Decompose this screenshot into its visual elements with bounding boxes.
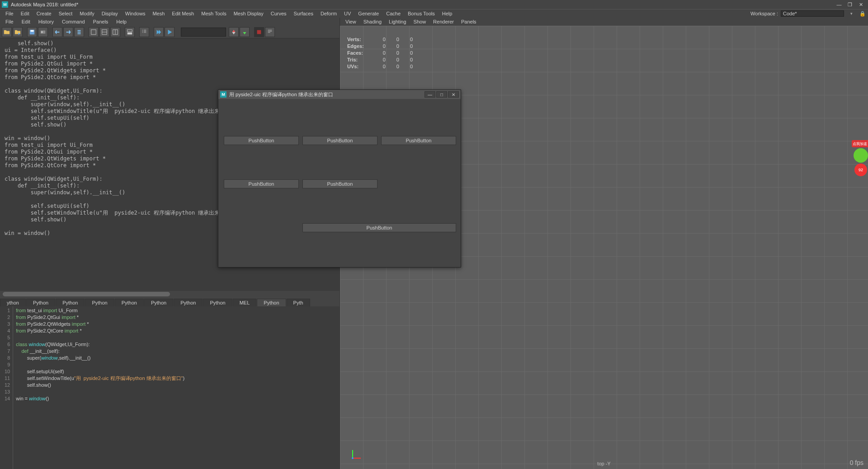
svg-rect-4: [91, 29, 96, 34]
menu-cache[interactable]: Cache: [382, 10, 404, 17]
menu-generate[interactable]: Generate: [354, 10, 382, 17]
push-button[interactable]: PushButton: [224, 136, 299, 145]
vp-menu-shading[interactable]: Shading: [360, 19, 385, 25]
toolbar-separator: [85, 27, 88, 37]
window-close-button[interactable]: ✕: [855, 1, 866, 8]
script-tab[interactable]: Python: [56, 299, 85, 306]
script-tab[interactable]: MEL: [233, 299, 257, 306]
svg-rect-9: [127, 29, 132, 31]
svg-point-14: [352, 457, 354, 459]
vp-menu-show[interactable]: Show: [410, 19, 430, 25]
workspace-lock-icon[interactable]: 🔒: [859, 10, 866, 17]
save-script-icon[interactable]: [27, 27, 37, 37]
accelerator-widget[interactable]: 点我加速 92: [852, 140, 868, 176]
menu-modify[interactable]: Modify: [76, 10, 98, 17]
clear-history-icon[interactable]: [52, 27, 62, 37]
menu-select[interactable]: Select: [55, 10, 76, 17]
menu-bonus-tools[interactable]: Bonus Tools: [404, 10, 439, 17]
main-menu-bar: File Edit Create Select Modify Display W…: [0, 9, 868, 18]
script-input-editor[interactable]: 1234567891011121314 from test_ui import …: [0, 306, 340, 469]
search-down-icon[interactable]: [240, 27, 250, 37]
push-button[interactable]: PushButton: [302, 136, 377, 145]
menu-edit[interactable]: Edit: [17, 10, 33, 17]
maya-logo-icon: M: [220, 91, 226, 98]
menu-display[interactable]: Display: [98, 10, 122, 17]
execute-icon[interactable]: [165, 27, 175, 37]
menu-edit-mesh[interactable]: Edit Mesh: [168, 10, 198, 17]
vp-menu-renderer[interactable]: Renderer: [429, 19, 458, 25]
toolbar-separator: [250, 27, 253, 37]
script-tab[interactable]: Python: [26, 299, 55, 306]
pyside-window-minimize-button[interactable]: —: [425, 91, 435, 98]
source-script-icon[interactable]: [13, 27, 23, 37]
code-area[interactable]: from test_ui import Ui_Form from PySide2…: [13, 306, 340, 469]
script-tab[interactable]: Python: [174, 299, 203, 306]
execute-all-icon[interactable]: [154, 27, 164, 37]
workspace-label: Workspace :: [750, 11, 778, 16]
menu-curves[interactable]: Curves: [267, 10, 290, 17]
search-field[interactable]: [181, 28, 226, 37]
menu-deform[interactable]: Deform: [317, 10, 340, 17]
menu-mesh-display[interactable]: Mesh Display: [230, 10, 267, 17]
clear-input-icon[interactable]: [63, 27, 73, 37]
push-button[interactable]: PushButton: [302, 223, 456, 232]
menu-create[interactable]: Create: [33, 10, 55, 17]
pyside-window-maximize-button[interactable]: □: [436, 91, 447, 98]
push-button[interactable]: PushButton: [224, 179, 299, 188]
pyside-window-close-button[interactable]: ✕: [448, 91, 459, 98]
pyside-window-title: 用 pyside2-uic 程序编译python 继承出来的窗口: [229, 91, 424, 98]
menu-surfaces[interactable]: Surfaces: [290, 10, 317, 17]
push-button[interactable]: PushButton: [381, 136, 456, 145]
sc-menu-history[interactable]: History: [35, 19, 57, 25]
accelerator-score-badge[interactable]: 92: [854, 164, 867, 176]
layout-vsplit-icon[interactable]: [110, 27, 120, 37]
menu-help[interactable]: Help: [439, 10, 456, 17]
script-tab[interactable]: Python: [85, 299, 114, 306]
sc-menu-help[interactable]: Help: [113, 19, 130, 25]
menu-windows[interactable]: Windows: [122, 10, 149, 17]
layout-hsplit-icon[interactable]: [99, 27, 109, 37]
workspace-dropdown-icon[interactable]: ▾: [847, 10, 856, 17]
vp-menu-view[interactable]: View: [342, 19, 360, 25]
svg-rect-3: [42, 31, 43, 33]
viewport-camera-label: top -Y: [597, 461, 610, 466]
layout-single-icon[interactable]: [89, 27, 99, 37]
menu-file[interactable]: File: [2, 10, 17, 17]
line-numbers-icon[interactable]: [139, 27, 149, 37]
window-maximize-button[interactable]: ❐: [844, 1, 855, 8]
pyside-user-window[interactable]: M 用 pyside2-uic 程序编译python 继承出来的窗口 — □ ✕…: [218, 89, 461, 267]
vp-menu-panels[interactable]: Panels: [458, 19, 480, 25]
window-minimize-button[interactable]: —: [834, 1, 844, 8]
echo-icon[interactable]: [265, 27, 275, 37]
clear-all-icon[interactable]: [74, 27, 84, 37]
open-script-icon[interactable]: [2, 27, 12, 37]
sc-menu-panels[interactable]: Panels: [90, 19, 112, 25]
script-tab[interactable]: Python: [144, 299, 173, 306]
sc-menu-file[interactable]: File: [2, 19, 17, 25]
accelerator-label[interactable]: 点我加速: [852, 140, 868, 147]
pyside-window-titlebar[interactable]: M 用 pyside2-uic 程序编译python 继承出来的窗口 — □ ✕: [218, 90, 461, 99]
sc-menu-edit[interactable]: Edit: [18, 19, 34, 25]
script-tab[interactable]: Pyth: [287, 299, 310, 306]
script-tab[interactable]: Python: [115, 299, 144, 306]
script-tab[interactable]: ython: [0, 299, 26, 306]
menu-mesh-tools[interactable]: Mesh Tools: [198, 10, 230, 17]
menu-uv[interactable]: UV: [340, 10, 354, 17]
save-to-shelf-icon[interactable]: [38, 27, 48, 37]
goto-icon[interactable]: [229, 27, 239, 37]
scrollbar-thumb[interactable]: [3, 292, 170, 296]
svg-rect-11: [257, 30, 261, 34]
workspace-field[interactable]: [781, 10, 844, 17]
history-scrollbar[interactable]: [0, 291, 340, 297]
push-button[interactable]: PushButton: [302, 179, 377, 188]
script-tab[interactable]: Python: [203, 299, 232, 306]
vp-menu-lighting[interactable]: Lighting: [385, 19, 410, 25]
sc-menu-command[interactable]: Command: [58, 19, 89, 25]
menu-mesh[interactable]: Mesh: [149, 10, 168, 17]
script-tab[interactable]: Python: [257, 299, 286, 306]
accelerator-mascot-icon[interactable]: [854, 148, 868, 163]
axis-gizmo-icon: [350, 447, 363, 461]
maya-logo-icon: M: [2, 1, 8, 8]
show-history-icon[interactable]: [125, 27, 135, 37]
stop-icon[interactable]: [254, 27, 264, 37]
